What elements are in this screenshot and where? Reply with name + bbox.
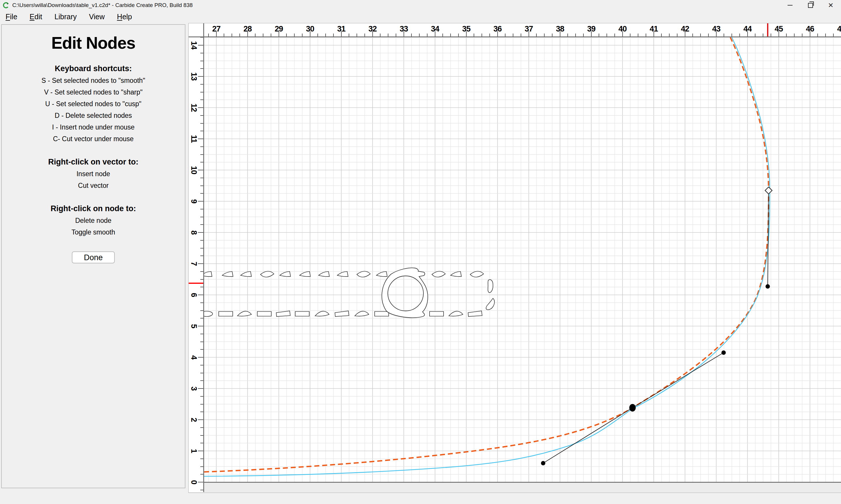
ruler-tick bbox=[630, 34, 631, 36]
ruler-label: 12 bbox=[189, 104, 198, 112]
menu-item-file[interactable]: File bbox=[1, 13, 22, 21]
vector-shape[interactable] bbox=[335, 311, 349, 317]
panel-section-heading: Right-click on node to: bbox=[2, 204, 185, 213]
ruler-label: 28 bbox=[243, 24, 252, 34]
ruler-tick bbox=[200, 435, 203, 436]
ruler-tick bbox=[521, 34, 521, 36]
control-point-dot[interactable] bbox=[766, 284, 770, 289]
ruler-tick bbox=[200, 443, 203, 443]
ruler-tick bbox=[552, 34, 552, 36]
ruler-tick bbox=[208, 34, 209, 36]
vector-shape[interactable] bbox=[299, 272, 310, 276]
minimize-button[interactable] bbox=[780, 0, 800, 11]
menu-item-help[interactable]: Help bbox=[113, 13, 136, 21]
ruler-label: 8 bbox=[189, 230, 198, 234]
ruler-tick bbox=[692, 34, 693, 36]
edited-vector-path[interactable] bbox=[204, 37, 769, 472]
ruler-tick bbox=[536, 34, 537, 36]
control-point-dot[interactable] bbox=[541, 461, 546, 466]
minimize-icon bbox=[788, 5, 792, 5]
vector-shape[interactable] bbox=[449, 311, 463, 316]
vector-shape[interactable] bbox=[432, 271, 445, 277]
ruler-tick bbox=[224, 34, 224, 36]
drawing-canvas[interactable] bbox=[204, 37, 841, 483]
ruler-tick bbox=[200, 474, 203, 474]
ruler-label: 35 bbox=[462, 24, 470, 34]
vector-shape[interactable] bbox=[430, 311, 444, 316]
selected-node[interactable] bbox=[629, 404, 636, 412]
ruler-tick bbox=[200, 310, 203, 311]
vector-shape[interactable] bbox=[204, 272, 212, 276]
vector-shape[interactable] bbox=[257, 311, 271, 316]
vector-shape[interactable] bbox=[280, 272, 291, 276]
ruler-tick bbox=[198, 357, 203, 358]
vector-shape[interactable] bbox=[376, 272, 387, 276]
ruler-label: 31 bbox=[337, 24, 345, 34]
vector-shape[interactable] bbox=[337, 272, 348, 276]
ruler-tick bbox=[200, 380, 203, 381]
vector-shape[interactable] bbox=[468, 311, 482, 317]
ruler-tick bbox=[200, 162, 203, 162]
vector-sliver-shape[interactable] bbox=[486, 299, 494, 310]
ruler-tick bbox=[198, 482, 203, 482]
vector-shape[interactable] bbox=[319, 272, 329, 276]
ruler-tick bbox=[817, 34, 818, 36]
ruler-label: 44 bbox=[743, 24, 752, 34]
ruler-tick bbox=[255, 34, 256, 36]
ruler-tick bbox=[544, 34, 545, 36]
ruler-tick bbox=[638, 34, 638, 36]
vector-ring-shape[interactable] bbox=[382, 268, 428, 318]
panel-shortcut-item: Insert node bbox=[2, 168, 185, 180]
ruler-label: 43 bbox=[712, 24, 720, 34]
control-point-dot[interactable] bbox=[722, 350, 726, 355]
close-button[interactable]: ✕ bbox=[821, 0, 841, 11]
vector-sliver-shape[interactable] bbox=[488, 280, 493, 292]
ruler-tick bbox=[200, 365, 203, 365]
ruler-tick bbox=[198, 451, 203, 451]
ruler-tick bbox=[442, 34, 443, 36]
panel-shortcut-item: Cut vector bbox=[2, 180, 185, 191]
ruler-tick bbox=[200, 123, 203, 124]
vector-shape[interactable] bbox=[260, 271, 274, 277]
vector-shape[interactable] bbox=[470, 271, 484, 277]
ruler-tick bbox=[286, 34, 287, 36]
ruler-label: 41 bbox=[650, 24, 658, 34]
done-button[interactable]: Done bbox=[72, 251, 115, 263]
vector-shape[interactable] bbox=[315, 311, 329, 316]
ruler-tick bbox=[200, 84, 203, 85]
ruler-label: 32 bbox=[368, 24, 377, 34]
status-bar: Cursor Position X: 44.650 Y: 6.373 Z: 0.… bbox=[0, 493, 841, 504]
menu-item-library[interactable]: Library bbox=[50, 13, 81, 21]
ruler-label: 27 bbox=[212, 24, 221, 34]
ruler-tick bbox=[294, 34, 295, 36]
ruler-tick bbox=[380, 34, 380, 36]
ruler-tick bbox=[739, 34, 740, 36]
ruler-tick bbox=[200, 154, 203, 155]
vector-shape[interactable] bbox=[375, 311, 389, 316]
tangent-handle-line[interactable] bbox=[633, 353, 724, 408]
vector-shape[interactable] bbox=[222, 272, 233, 276]
vector-shape[interactable] bbox=[219, 311, 233, 316]
vector-shape[interactable] bbox=[295, 311, 309, 316]
menu-item-view[interactable]: View bbox=[85, 13, 109, 21]
ruler-tick bbox=[200, 396, 203, 397]
ruler-tick bbox=[200, 303, 203, 303]
ruler-tick bbox=[198, 326, 203, 326]
vector-shape[interactable] bbox=[450, 272, 461, 276]
ruler-tick bbox=[200, 349, 203, 350]
menu-item-edit[interactable]: Edit bbox=[25, 13, 47, 21]
ruler-tick bbox=[200, 115, 203, 116]
ruler-tick bbox=[333, 34, 334, 36]
vector-shape[interactable] bbox=[241, 272, 252, 276]
ruler-tick bbox=[771, 34, 771, 36]
ruler-tick bbox=[200, 61, 203, 61]
restore-button[interactable] bbox=[800, 0, 821, 11]
ruler-tick bbox=[583, 34, 584, 36]
app-logo-icon bbox=[2, 2, 9, 9]
vector-shape[interactable] bbox=[276, 311, 290, 317]
vector-shape[interactable] bbox=[237, 311, 252, 316]
panel-section-heading: Right-click on vector to: bbox=[2, 158, 185, 166]
ruler-tick bbox=[239, 34, 240, 36]
vector-shape[interactable] bbox=[204, 311, 212, 317]
vector-shape[interactable] bbox=[357, 271, 370, 277]
